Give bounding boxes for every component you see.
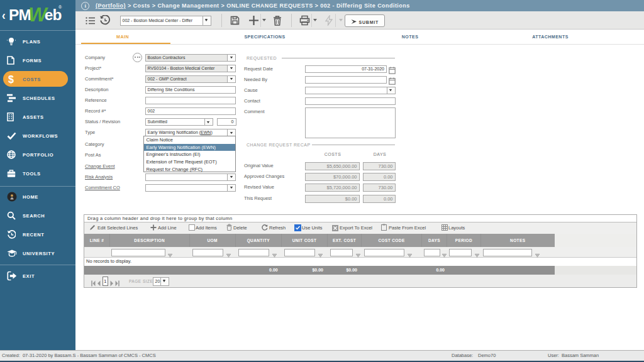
svg-text:$: $: [8, 74, 14, 85]
